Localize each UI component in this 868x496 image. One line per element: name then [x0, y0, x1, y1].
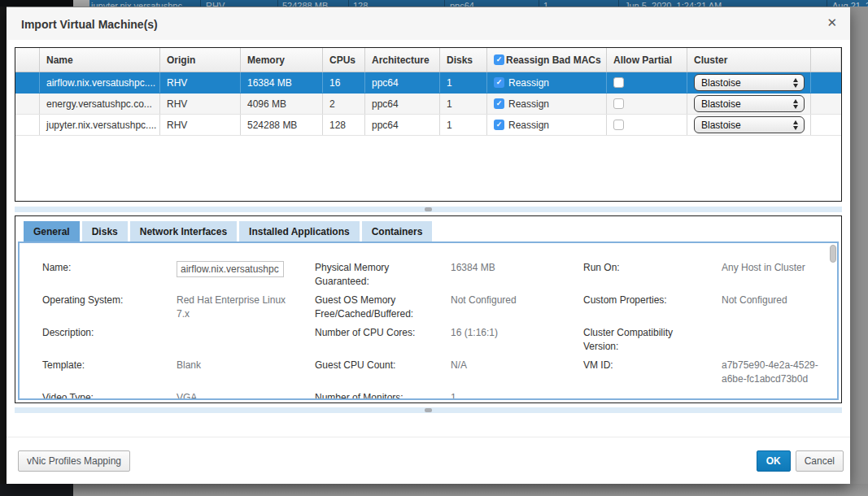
- cancel-button[interactable]: Cancel: [796, 450, 844, 472]
- name-label: Name:: [42, 261, 146, 294]
- bg-disks: 1: [543, 1, 548, 7]
- memory-cell: 524288 MB: [241, 115, 323, 135]
- operating-system-label: Operating System:: [42, 294, 146, 326]
- cluster-cell: Blastoise: [687, 115, 811, 135]
- stepper-icon: [793, 78, 798, 88]
- physical-memory-label: Physical Memory Guaranteed:: [315, 261, 419, 294]
- header-select-cell: [15, 48, 40, 72]
- cluster-select[interactable]: Blastoise: [694, 74, 805, 91]
- architecture-cell: ppc64: [365, 115, 440, 135]
- guest-os-memory-value: Not Configured: [451, 294, 565, 326]
- allow-partial-cell: [607, 72, 687, 93]
- dialog-title: Import Virtual Machine(s): [21, 18, 158, 31]
- reassign-checkbox[interactable]: ✓: [494, 77, 504, 88]
- video-type-value: VGA: [177, 391, 290, 400]
- splitter-grip-icon[interactable]: [425, 207, 432, 211]
- allow-partial-checkbox[interactable]: [613, 77, 624, 88]
- reassign-label: Reassign: [508, 120, 549, 131]
- background-dark-block: [0, 0, 73, 7]
- header-origin[interactable]: Origin: [160, 48, 241, 72]
- dialog-header: Import Virtual Machine(s) ✕: [7, 7, 850, 40]
- row-spacer: [811, 94, 841, 114]
- panel-splitter[interactable]: [15, 407, 842, 413]
- splitter-grip-icon[interactable]: [425, 408, 432, 412]
- panel-splitter[interactable]: [15, 207, 842, 212]
- custom-properties-label: Custom Properties:: [583, 294, 687, 326]
- tab-containers[interactable]: Containers: [362, 221, 433, 241]
- operating-system-value: Red Hat Enterprise Linux 7.x: [177, 294, 290, 326]
- background-left-strip: [0, 7, 7, 496]
- template-label: Template:: [42, 359, 146, 391]
- guest-cpu-count-value: N/A: [451, 359, 565, 391]
- background-dark-block-bottom: [0, 484, 73, 496]
- background-grid-row: jupyter.nix.versatushpc RHV 524288 MB 12…: [0, 0, 868, 7]
- reassign-cell: ✓ Reassign: [487, 72, 607, 93]
- header-disks[interactable]: Disks: [440, 48, 487, 72]
- reassign-bad-macs-checkbox[interactable]: ✓: [494, 54, 504, 65]
- origin-cell: RHV: [160, 94, 241, 114]
- bg-architecture: ppc64: [450, 1, 474, 7]
- header-name[interactable]: Name: [40, 48, 160, 72]
- table-row[interactable]: airflow.nix.versatushpc.... RHV 16384 MB…: [15, 72, 841, 94]
- run-on-label: Run On:: [583, 261, 687, 294]
- vm-name-input[interactable]: [177, 261, 284, 277]
- reassign-label: Reassign: [508, 77, 549, 89]
- cluster-select[interactable]: Blastoise: [694, 116, 805, 133]
- guest-cpu-count-label: Guest CPU Count:: [315, 359, 419, 391]
- vm-id-value: a7b75e90-4e2a-4529-a6be-fc1abcd73b0d: [722, 359, 834, 391]
- video-type-label: Video Type:: [42, 391, 146, 400]
- vm-name-cell: energy.versatushpc.co...: [40, 94, 160, 114]
- stepper-icon: [793, 99, 798, 109]
- header-cpus[interactable]: CPUs: [323, 48, 365, 72]
- tab-network-interfaces[interactable]: Network Interfaces: [130, 221, 237, 241]
- cpu-cores-value: 16 (1:16:1): [451, 326, 565, 359]
- description-label: Description:: [42, 326, 146, 359]
- detail-scrollbar[interactable]: [829, 245, 836, 397]
- allow-partial-cell: [607, 115, 687, 135]
- background-scrollbar-fragment: [73, 0, 89, 7]
- origin-cell: RHV: [160, 115, 241, 135]
- bg-origin: RHV: [206, 1, 225, 7]
- cluster-cell: Blastoise: [687, 94, 811, 114]
- bg-vm-name: jupyter.nix.versatushpc: [91, 1, 182, 7]
- allow-partial-cell: [607, 94, 687, 114]
- tab-general[interactable]: General: [24, 221, 80, 241]
- reassign-cell: ✓ Reassign: [487, 94, 607, 114]
- architecture-cell: ppc64: [365, 72, 440, 93]
- detail-tabs: General Disks Network Interfaces Install…: [24, 221, 432, 241]
- row-select-cell: [15, 115, 40, 135]
- allow-partial-checkbox[interactable]: [613, 120, 624, 130]
- cluster-select[interactable]: Blastoise: [694, 95, 805, 112]
- guest-os-memory-label: Guest OS Memory Free/Cached/Buffered:: [315, 294, 419, 326]
- ok-button[interactable]: OK: [757, 450, 791, 472]
- header-architecture[interactable]: Architecture: [365, 48, 440, 72]
- table-row[interactable]: energy.versatushpc.co... RHV 4096 MB 2 p…: [15, 94, 841, 115]
- memory-cell: 4096 MB: [241, 94, 323, 114]
- vnic-profiles-mapping-button[interactable]: vNic Profiles Mapping: [18, 450, 130, 472]
- header-spacer: [811, 48, 841, 72]
- reassign-checkbox[interactable]: ✓: [494, 98, 504, 109]
- tab-installed-applications[interactable]: Installed Applications: [239, 221, 360, 241]
- header-memory[interactable]: Memory: [241, 48, 323, 72]
- row-spacer: [811, 72, 841, 93]
- reassign-checkbox[interactable]: ✓: [494, 120, 504, 130]
- scrollbar-thumb[interactable]: [830, 245, 836, 263]
- bg-memory: 524288 MB: [282, 1, 328, 7]
- stepper-icon: [793, 120, 798, 130]
- vm-import-table: Name Origin Memory CPUs Architecture Dis…: [15, 47, 842, 202]
- template-value: Blank: [177, 359, 290, 391]
- description-value: [177, 326, 290, 359]
- general-tab-content: Name: Physical Memory Guaranteed: 16384 …: [18, 241, 839, 400]
- allow-partial-checkbox[interactable]: [613, 98, 624, 109]
- close-icon[interactable]: ✕: [827, 16, 837, 28]
- header-allow-partial[interactable]: Allow Partial: [607, 48, 687, 72]
- row-select-cell: [15, 72, 40, 93]
- physical-memory-value: 16384 MB: [451, 261, 565, 294]
- table-row[interactable]: jupyter.nix.versatushpc.... RHV 524288 M…: [15, 115, 841, 136]
- tab-disks[interactable]: Disks: [82, 221, 128, 241]
- cpus-cell: 128: [323, 115, 365, 135]
- monitors-label: Number of Monitors:: [315, 391, 419, 400]
- row-select-cell: [15, 94, 40, 114]
- memory-cell: 16384 MB: [241, 72, 323, 93]
- header-cluster[interactable]: Cluster: [687, 48, 811, 72]
